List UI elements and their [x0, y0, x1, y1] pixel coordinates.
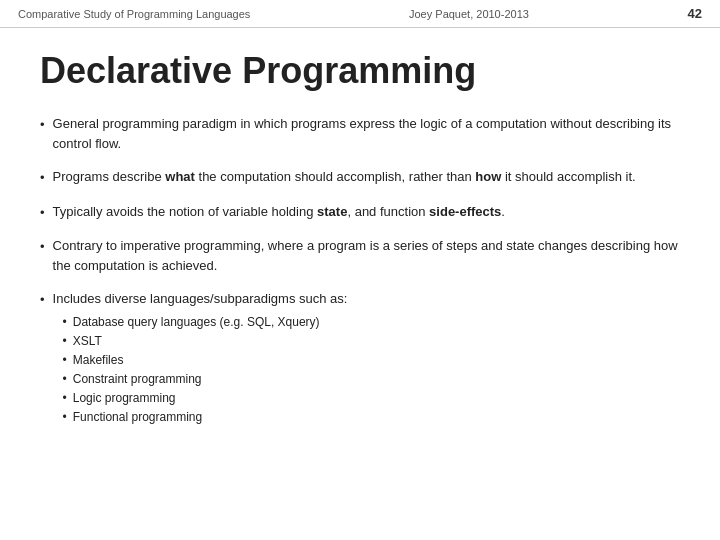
bullet-item-4: • Contrary to imperative programming, wh… [40, 236, 680, 275]
sub-bullets-list: • Database query languages (e.g. SQL, Xq… [63, 313, 680, 426]
bullet-dot-1: • [40, 115, 45, 135]
sub-bullet-dot-1: • [63, 313, 67, 331]
sub-bullet-item-4: • Constraint programming [63, 370, 680, 388]
slide-number: 42 [688, 6, 702, 21]
bullet-item-1: • General programming paradigm in which … [40, 114, 680, 153]
bullet-text-2: Programs describe what the computation s… [53, 167, 680, 187]
bullet-text-3: Typically avoids the notion of variable … [53, 202, 680, 222]
bullet-item-3: • Typically avoids the notion of variabl… [40, 202, 680, 223]
sub-bullet-text-1: Database query languages (e.g. SQL, Xque… [73, 313, 320, 331]
sub-bullet-text-3: Makefiles [73, 351, 124, 369]
page-title: Declarative Programming [40, 50, 680, 92]
slide-header: Comparative Study of Programming Languag… [0, 0, 720, 28]
slide-content: Declarative Programming • General progra… [0, 28, 720, 461]
header-left-text: Comparative Study of Programming Languag… [18, 8, 250, 20]
bullet-dot-4: • [40, 237, 45, 257]
sub-bullet-item-3: • Makefiles [63, 351, 680, 369]
sub-bullet-dot-3: • [63, 351, 67, 369]
sub-bullet-item-2: • XSLT [63, 332, 680, 350]
bullet-dot-2: • [40, 168, 45, 188]
bullet-text-5: Includes diverse languages/subparadigms … [53, 289, 680, 427]
sub-bullet-item-5: • Logic programming [63, 389, 680, 407]
bullet-text-4: Contrary to imperative programming, wher… [53, 236, 680, 275]
sub-bullet-dot-6: • [63, 408, 67, 426]
sub-bullet-item-6: • Functional programming [63, 408, 680, 426]
bullet-5-intro: Includes diverse languages/subparadigms … [53, 291, 348, 306]
sub-bullet-dot-2: • [63, 332, 67, 350]
bullet-item-2: • Programs describe what the computation… [40, 167, 680, 188]
sub-bullet-text-5: Logic programming [73, 389, 176, 407]
sub-bullet-text-4: Constraint programming [73, 370, 202, 388]
bullet-text-1: General programming paradigm in which pr… [53, 114, 680, 153]
sub-bullet-dot-5: • [63, 389, 67, 407]
sub-bullet-text-2: XSLT [73, 332, 102, 350]
header-center-text: Joey Paquet, 2010-2013 [409, 8, 529, 20]
sub-bullet-dot-4: • [63, 370, 67, 388]
sub-bullet-item-1: • Database query languages (e.g. SQL, Xq… [63, 313, 680, 331]
bullet-dot-5: • [40, 290, 45, 310]
sub-bullet-text-6: Functional programming [73, 408, 202, 426]
bullet-dot-3: • [40, 203, 45, 223]
bullet-item-5: • Includes diverse languages/subparadigm… [40, 289, 680, 427]
